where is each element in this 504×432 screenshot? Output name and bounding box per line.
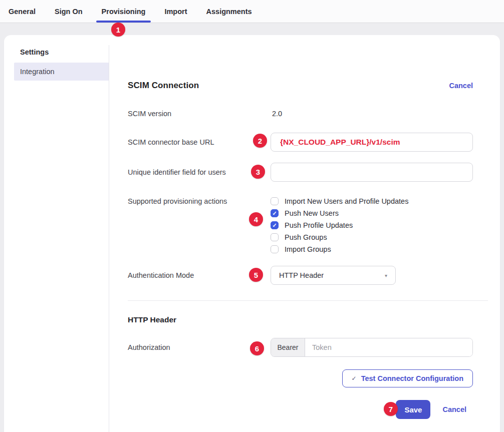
checkbox-import-new-users[interactable] <box>271 197 279 205</box>
checkbox-import-groups[interactable] <box>271 245 279 253</box>
unique-id-label: Unique identifier field for users <box>128 163 271 177</box>
token-input[interactable] <box>305 338 472 356</box>
tab-import[interactable]: Import <box>164 0 187 23</box>
checkbox-label: Push New Users <box>285 209 339 217</box>
settings-sidebar: Settings Integration <box>4 35 109 432</box>
action-push-new-users[interactable]: Push New Users <box>271 207 473 219</box>
checkbox-label: Push Groups <box>285 233 327 241</box>
check-icon: ✓ <box>352 375 357 382</box>
auth-mode-value: HTTP Header <box>279 271 324 279</box>
step-badge-6: 6 <box>250 341 264 355</box>
save-button[interactable]: Save <box>396 400 430 419</box>
bearer-prefix: Bearer <box>271 338 305 356</box>
sidebar-item-integration[interactable]: Integration <box>14 63 109 81</box>
action-import-new-users[interactable]: Import New Users and Profile Updates <box>271 195 473 207</box>
checkbox-push-profile-updates[interactable] <box>271 221 279 229</box>
checkbox-push-new-users[interactable] <box>271 209 279 217</box>
test-connector-button-label: Test Connector Configuration <box>361 374 463 382</box>
http-header-section-title: HTTP Header <box>128 315 473 325</box>
step-badge-5: 5 <box>249 268 263 282</box>
authorization-label: Authorization <box>128 338 271 352</box>
page-title: SCIM Connection <box>128 81 199 91</box>
action-import-groups[interactable]: Import Groups <box>271 243 473 255</box>
provisioning-actions-label: Supported provisioning actions <box>128 195 271 206</box>
checkbox-label: Push Profile Updates <box>285 221 353 229</box>
checkbox-label: Import Groups <box>285 245 331 253</box>
auth-mode-select[interactable]: HTTP Header ▾ <box>271 266 396 285</box>
checkbox-label: Import New Users and Profile Updates <box>285 197 408 205</box>
tab-sign-on[interactable]: Sign On <box>55 0 83 23</box>
scim-version-label: SCIM version <box>128 109 271 118</box>
step-badge-3: 3 <box>251 165 265 179</box>
chevron-down-icon: ▾ <box>385 273 387 278</box>
section-divider <box>128 300 488 301</box>
step-badge-1: 1 <box>111 23 125 37</box>
step-badge-2: 2 <box>253 134 267 148</box>
tab-general[interactable]: General <box>9 0 36 23</box>
unique-id-input[interactable] <box>271 163 473 182</box>
checkbox-push-groups[interactable] <box>271 233 279 241</box>
base-url-input[interactable] <box>271 133 473 152</box>
step-badge-7: 7 <box>384 402 398 416</box>
test-connector-button[interactable]: ✓ Test Connector Configuration <box>342 369 473 387</box>
cancel-link-top[interactable]: Cancel <box>449 82 473 90</box>
authorization-input-group: Bearer <box>271 338 473 357</box>
sidebar-section-settings: Settings <box>20 48 109 56</box>
action-push-groups[interactable]: Push Groups <box>271 231 473 243</box>
tab-assignments[interactable]: Assignments <box>206 0 252 23</box>
cancel-link-bottom[interactable]: Cancel <box>442 405 466 413</box>
app-tab-bar: General Sign On Provisioning Import Assi… <box>0 0 504 23</box>
scim-connection-form: SCIM Connection Cancel SCIM version 2.0 … <box>109 35 500 432</box>
base-url-label: SCIM connector base URL <box>128 133 271 147</box>
action-push-profile-updates[interactable]: Push Profile Updates <box>271 219 473 231</box>
tab-provisioning[interactable]: Provisioning <box>102 0 146 23</box>
provisioning-card: Settings Integration SCIM Connection Can… <box>4 35 500 432</box>
scim-version-value: 2.0 <box>271 109 473 118</box>
step-badge-4: 4 <box>249 212 263 226</box>
